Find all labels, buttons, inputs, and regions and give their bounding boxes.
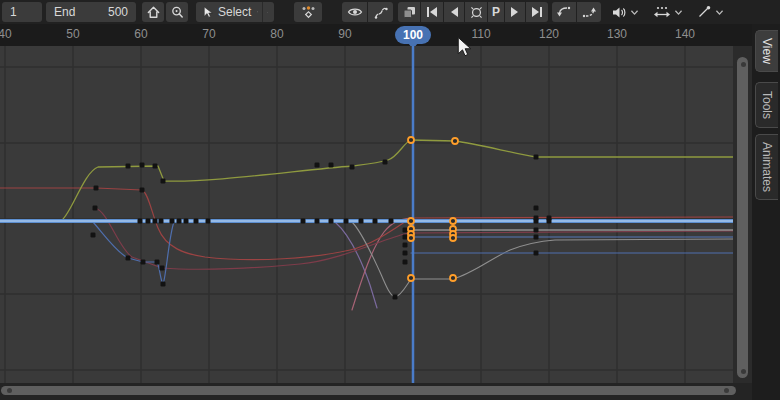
selected-keyframe[interactable] xyxy=(408,235,414,241)
jump-to-start-button[interactable] xyxy=(421,2,443,22)
keyframe[interactable] xyxy=(140,163,145,168)
fcurve-graph-area[interactable] xyxy=(0,46,733,383)
select-mode-dropdown[interactable]: Select xyxy=(196,2,274,22)
keyframe[interactable] xyxy=(177,219,182,224)
start-frame-value: 1 xyxy=(2,5,25,19)
vertical-scrollbar-thumb[interactable] xyxy=(737,57,748,378)
end-frame-field[interactable]: End 500 xyxy=(46,2,136,22)
keyframe[interactable] xyxy=(534,228,539,233)
keyframe[interactable] xyxy=(403,243,408,248)
keyframe[interactable] xyxy=(184,219,189,224)
home-button[interactable] xyxy=(142,2,164,22)
play-reverse-button[interactable] xyxy=(444,2,464,22)
home-icon xyxy=(146,5,161,20)
timeline-ruler[interactable]: 100 405060708090110120130140 xyxy=(0,24,780,46)
hscroll-right-handle[interactable] xyxy=(724,388,729,393)
keyframe[interactable] xyxy=(315,219,320,224)
selected-keyframe[interactable] xyxy=(408,218,414,224)
next-keyframe-button[interactable] xyxy=(577,2,601,22)
selected-keyframe[interactable] xyxy=(408,137,414,143)
step-back-icon xyxy=(448,6,460,18)
keyframe[interactable] xyxy=(161,179,166,184)
pause-button-label: P xyxy=(492,5,500,19)
selected-keyframe[interactable] xyxy=(450,235,456,241)
keyframe[interactable] xyxy=(94,186,99,191)
horizontal-scrollbar[interactable] xyxy=(0,383,752,400)
keyframe[interactable] xyxy=(403,260,408,265)
keyframe[interactable] xyxy=(140,188,145,193)
keyframe[interactable] xyxy=(160,266,165,271)
snapping-dropdown[interactable] xyxy=(648,2,688,22)
record-button[interactable] xyxy=(465,2,487,22)
prev-keyframe-button[interactable] xyxy=(552,2,576,22)
proportional-editing-dropdown[interactable] xyxy=(692,2,728,22)
pause-button[interactable]: P xyxy=(488,2,504,22)
keyframe[interactable] xyxy=(534,251,539,256)
frames-stack-button[interactable] xyxy=(398,2,420,22)
keyframe[interactable] xyxy=(301,219,306,224)
fcurve-canvas[interactable] xyxy=(0,46,733,383)
keyframe[interactable] xyxy=(350,165,355,170)
keyframe[interactable] xyxy=(141,260,146,265)
graph-editor-window: 1 End 500 Select xyxy=(0,0,780,400)
show-hide-button[interactable] xyxy=(342,2,367,22)
keyframe[interactable] xyxy=(403,228,408,233)
jump-to-end-button[interactable] xyxy=(526,2,548,22)
keyframe[interactable] xyxy=(146,219,151,224)
keyframe[interactable] xyxy=(329,219,334,224)
sidebar-tab-view[interactable]: View xyxy=(755,30,778,72)
start-frame-field[interactable]: 1 xyxy=(2,2,42,22)
vertical-scrollbar[interactable] xyxy=(733,46,752,383)
keyframe[interactable] xyxy=(91,233,96,238)
keyframe[interactable] xyxy=(155,260,160,265)
keyframe[interactable] xyxy=(161,282,166,287)
keyframe[interactable] xyxy=(534,235,539,240)
ruler-tick-label: 60 xyxy=(134,27,147,41)
keyframe[interactable] xyxy=(344,219,349,224)
chevron-down-icon xyxy=(715,9,724,16)
chevron-down-icon[interactable] xyxy=(267,9,268,16)
horizontal-scrollbar-thumb[interactable] xyxy=(1,386,736,395)
play-button[interactable] xyxy=(505,2,525,22)
keyframe[interactable] xyxy=(170,219,175,224)
keyframe[interactable] xyxy=(373,219,378,224)
keyframe[interactable] xyxy=(534,206,539,211)
selected-keyframe[interactable] xyxy=(450,275,456,281)
ruler-tick-label: 120 xyxy=(539,27,559,41)
keyframe[interactable] xyxy=(138,219,143,224)
keyframe[interactable] xyxy=(93,206,98,211)
keyframe[interactable] xyxy=(393,295,398,300)
selected-keyframe[interactable] xyxy=(452,138,458,144)
keyframe[interactable] xyxy=(403,251,408,256)
keyframe[interactable] xyxy=(194,219,199,224)
vscroll-top-handle[interactable] xyxy=(741,62,746,67)
sidebar-tab-tools[interactable]: Tools xyxy=(755,82,778,128)
audio-dropdown[interactable] xyxy=(606,2,644,22)
keyframe[interactable] xyxy=(153,164,158,169)
keyframe[interactable] xyxy=(153,219,158,224)
chevron-down-icon xyxy=(674,9,683,16)
current-frame-indicator[interactable]: 100 xyxy=(395,26,431,44)
keyframe-display-button[interactable] xyxy=(294,2,322,22)
selected-keyframe[interactable] xyxy=(408,275,414,281)
keyframe[interactable] xyxy=(315,163,320,168)
keyframe[interactable] xyxy=(534,155,539,160)
keyframe[interactable] xyxy=(383,160,388,165)
keyframe[interactable] xyxy=(547,219,552,224)
fcurve-tools-button[interactable] xyxy=(368,2,393,22)
keyframe[interactable] xyxy=(159,219,164,224)
keyframe[interactable] xyxy=(389,219,394,224)
keyframe[interactable] xyxy=(329,163,334,168)
vscroll-bottom-handle[interactable] xyxy=(741,369,746,374)
keyframe[interactable] xyxy=(534,219,539,224)
keyframe[interactable] xyxy=(359,219,364,224)
hscroll-left-handle[interactable] xyxy=(7,388,12,393)
ruler-tick-label: 130 xyxy=(607,27,627,41)
keyframe[interactable] xyxy=(126,256,131,261)
keyframe[interactable] xyxy=(403,235,408,240)
sidebar-tab-animates[interactable]: Animates xyxy=(755,134,778,200)
zoom-region-button[interactable] xyxy=(166,2,188,22)
selected-keyframe[interactable] xyxy=(450,218,456,224)
keyframe[interactable] xyxy=(206,219,211,224)
keyframe[interactable] xyxy=(126,164,131,169)
